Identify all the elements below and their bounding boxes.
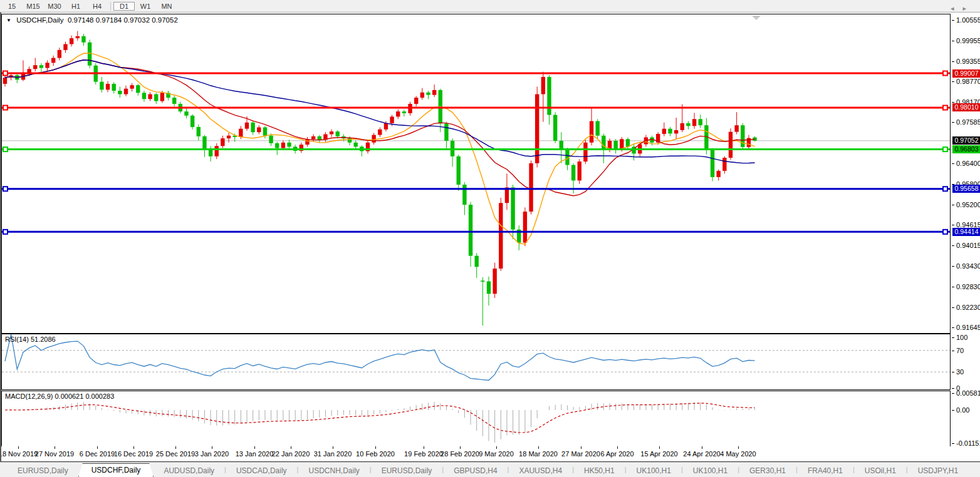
chart-tab-bar: EURUSD,DailyUSDCHF,DailyAUDUSD,Daily|USD… xyxy=(0,462,980,477)
candle-body xyxy=(590,121,593,143)
candle-body xyxy=(602,136,605,150)
candle-body xyxy=(118,91,122,95)
candle-body xyxy=(499,203,503,269)
level-line-anchor-icon[interactable] xyxy=(3,187,8,191)
chart-tab-usoil-h1[interactable]: USOil,H1 xyxy=(855,464,906,477)
macd-axis-label: 0.00 xyxy=(956,406,969,414)
date-axis-tick xyxy=(97,446,98,449)
timeframe-button-m30[interactable]: M30 xyxy=(44,2,65,11)
date-axis-label: 13 Jan 2020 xyxy=(236,450,274,458)
candle-body xyxy=(717,171,721,177)
price-level-badge: 0.99007 xyxy=(952,69,980,78)
candle-body xyxy=(257,127,261,132)
chart-tab-usdcad-daily[interactable]: USDCAD,Daily xyxy=(226,464,297,477)
date-axis[interactable]: 18 Nov 201927 Nov 20196 Dec 201916 Dec 2… xyxy=(1,446,952,461)
chart-ohlc-values: 0.97148 0.97184 0.97032 0.97052 xyxy=(68,16,178,24)
rsi-axis-label: 30 xyxy=(956,368,964,376)
macd-plot xyxy=(2,391,950,445)
chart-tab-uk100-h1[interactable]: UK100,H1 xyxy=(627,464,681,477)
timeframe-button-h4[interactable]: H4 xyxy=(86,2,108,11)
level-line-anchor-icon[interactable] xyxy=(943,147,947,151)
chart-tab-hk50-h1[interactable]: HK50,H1 xyxy=(574,464,625,477)
candle-body xyxy=(372,135,375,143)
candle-body xyxy=(390,116,394,123)
candle-body xyxy=(578,162,581,180)
date-axis-label: 18 Nov 2019 xyxy=(1,450,38,458)
trading-platform: 15M15M30H1H4D1W1MN ▼ USDCHF,Daily 0.9714… xyxy=(0,0,980,477)
price-axis-tick xyxy=(952,122,954,123)
chart-tab-gbpusd-h4[interactable]: GBPUSD,H4 xyxy=(444,464,507,477)
candle-body xyxy=(88,43,91,66)
candle-body xyxy=(76,36,80,38)
candle-body xyxy=(511,187,514,229)
candle-body xyxy=(583,143,587,162)
level-line-anchor-icon[interactable] xyxy=(943,105,947,110)
candle-body xyxy=(523,212,527,243)
price-axis-tick xyxy=(952,102,954,103)
level-line-anchor-icon[interactable] xyxy=(3,147,8,151)
candle-body xyxy=(529,163,533,212)
date-axis-tick xyxy=(212,446,212,449)
candle-body xyxy=(172,98,176,104)
timeframe-button-d1[interactable]: D1 xyxy=(113,2,135,11)
candle-body xyxy=(269,136,273,143)
level-line-anchor-icon[interactable] xyxy=(943,71,947,76)
price-axis-label: 0.92230 xyxy=(956,304,980,311)
candlestick-chart[interactable] xyxy=(2,14,950,333)
date-axis-label: 22 Jan 2020 xyxy=(272,450,310,458)
candle-body xyxy=(305,139,309,145)
candle-body xyxy=(58,50,61,58)
candle-body xyxy=(426,93,430,95)
candle-body xyxy=(481,280,484,282)
tab-scroll-arrows: ◂▸ xyxy=(951,4,975,13)
candle-body xyxy=(124,89,128,95)
date-axis-tick xyxy=(175,446,176,449)
macd-panel[interactable]: MACD(12,26,9) 0.000621 0.000283 xyxy=(1,391,951,447)
candle-body xyxy=(613,141,617,150)
chart-tab-fra40-h1[interactable]: FRA40,H1 xyxy=(798,464,853,477)
level-line-anchor-icon[interactable] xyxy=(3,230,8,234)
chart-tab-usdchf-daily[interactable]: USDCHF,Daily xyxy=(78,463,154,477)
timeframe-button-m15[interactable]: M15 xyxy=(23,2,44,11)
candle-body xyxy=(457,156,461,185)
rsi-axis-label: 100 xyxy=(956,334,967,341)
timeframe-button-h1[interactable]: H1 xyxy=(65,2,86,11)
chart-tab-eurusd-daily[interactable]: EURUSD,Daily xyxy=(372,464,442,477)
timeframe-button-w1[interactable]: W1 xyxy=(135,2,156,11)
level-line-anchor-icon[interactable] xyxy=(943,187,947,191)
moving-average-50 xyxy=(5,60,755,163)
candle-body xyxy=(692,119,696,126)
chart-tab-xauusd-h4[interactable]: XAUUSD,H4 xyxy=(509,464,572,477)
level-line-anchor-icon[interactable] xyxy=(943,230,947,234)
tab-scroll-left-icon[interactable]: ◂ xyxy=(951,4,963,12)
level-line-anchor-icon[interactable] xyxy=(3,71,8,76)
level-line-anchor-icon[interactable] xyxy=(3,105,8,110)
candle-body xyxy=(469,205,472,256)
tab-scroll-right-icon[interactable]: ▸ xyxy=(962,4,975,12)
chart-tab-usdjpy-h1[interactable]: USDJPY,H1 xyxy=(908,464,968,477)
price-axis-tick xyxy=(952,266,954,267)
candle-body xyxy=(318,136,321,140)
chart-tab-eurusd-daily[interactable]: EURUSD,Daily xyxy=(8,464,78,477)
rsi-axis-tick xyxy=(952,372,954,372)
candle-body xyxy=(571,165,575,181)
chart-tab-uk100-h1[interactable]: UK100,H1 xyxy=(683,464,738,477)
price-axis[interactable]: 1.005550.999550.993550.987700.981700.975… xyxy=(952,13,980,447)
price-axis-label: 0.99355 xyxy=(956,58,980,65)
date-axis-label: 9 Mar 2020 xyxy=(479,450,514,458)
chart-tab-audusd-daily[interactable]: AUDUSD,Daily xyxy=(154,464,224,477)
price-level-badge: 0.95658 xyxy=(952,185,980,193)
chart-tab-ger30-h1[interactable]: GER30,H1 xyxy=(739,464,796,477)
timeframe-toolbar: 15M15M30H1H4D1W1MN xyxy=(0,0,980,13)
price-chart-panel[interactable] xyxy=(1,14,951,334)
candle-body xyxy=(686,123,690,126)
timeframe-button-mn[interactable]: MN xyxy=(156,2,177,11)
rsi-panel[interactable]: RSI(14) 51.2086 xyxy=(1,334,951,390)
date-axis-label: 18 Mar 2020 xyxy=(519,450,558,458)
price-axis-label: 0.93430 xyxy=(956,262,980,270)
price-axis-label: 1.00555 xyxy=(956,16,980,24)
candle-body xyxy=(402,111,406,113)
candle-body xyxy=(136,85,140,93)
chart-tab-usdcnh-daily[interactable]: USDCNH,Daily xyxy=(298,464,369,477)
timeframe-button-15[interactable]: 15 xyxy=(1,2,23,11)
